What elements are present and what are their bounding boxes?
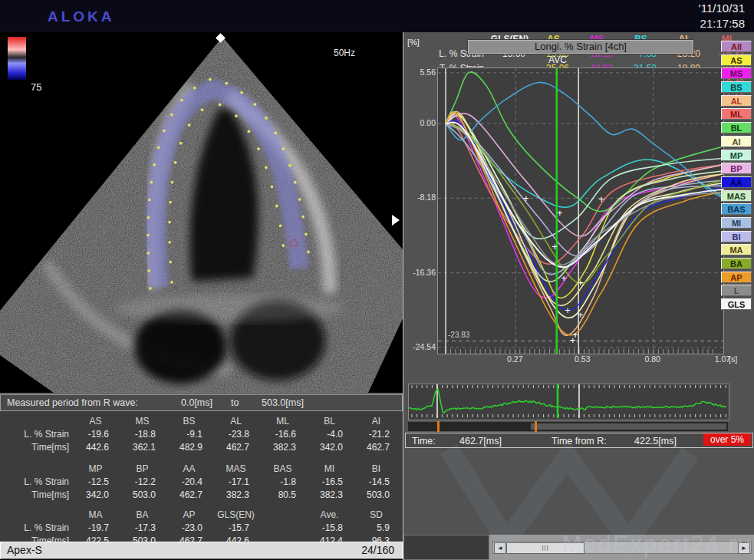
peak-marker-icon: + — [578, 309, 584, 321]
segment-legend: AllASMSBSALMLBLAIMPBPAAMASBASMIBIMABAAPL… — [721, 41, 753, 312]
legend-ms[interactable]: MS — [721, 68, 752, 79]
legend-aa[interactable]: AA — [721, 176, 752, 188]
cell-value: 342.0 — [306, 441, 353, 454]
screen: ALOKA '11/10/31 21:17:58 — [0, 0, 754, 560]
strain-chart: ++++++++++ — [437, 68, 724, 354]
row-label: L. % Strain — [2, 522, 72, 535]
ultrasound-panel: 75 50Hz APASALMLMSBSBL — [0, 32, 403, 393]
x-tick-label: 0.80 — [640, 354, 666, 364]
y-tick-label: 5.56 — [405, 68, 436, 77]
time-text: 21:17:58 — [699, 16, 745, 31]
scroll-right-button[interactable]: ► — [738, 542, 750, 554]
ecg-trace — [409, 384, 727, 418]
cell-value: -23.8 — [212, 428, 259, 441]
time-value: 462.7[ms] — [459, 433, 502, 449]
slider-marker-icon — [535, 421, 537, 432]
legend-mp[interactable]: MP — [721, 150, 752, 161]
curve-al — [446, 112, 723, 336]
y-tick-label: -24.54 — [405, 342, 436, 351]
legend-ma[interactable]: MA — [721, 244, 752, 255]
col-header: BS — [166, 415, 212, 428]
slider-marker-icon — [437, 421, 440, 432]
left-table-group: ASMSBSALMLBLAIL. % Strain-19.6-18.8-9.1-… — [2, 415, 401, 454]
legend-l[interactable]: L — [721, 285, 752, 296]
scrollbar-thumb[interactable]: ||| — [506, 542, 584, 554]
col-header: AP — [166, 509, 212, 522]
measurement-panel: Measured period from R wave: 0.0[ms] to … — [0, 393, 403, 542]
cell-value: 442.6 — [72, 441, 119, 454]
cell-value: 482.9 — [166, 441, 212, 454]
time-label: Time: — [412, 433, 436, 449]
y-tick-label: 0.00 — [405, 118, 436, 127]
col-header: MS — [119, 415, 166, 428]
frame-counter: 24/160 — [361, 542, 394, 558]
legend-bp[interactable]: BP — [721, 163, 752, 174]
over-threshold-badge: over 5% — [703, 433, 751, 446]
strain-analysis-panel: [%] Longi. % Strain [4ch] AVC ++++++++++… — [403, 32, 754, 560]
status-bar: Apex-S 24/160 — [0, 542, 403, 559]
datetime: '11/10/31 21:17:58 — [699, 1, 745, 31]
frame-slider[interactable] — [408, 422, 728, 431]
horizontal-scrollbar[interactable]: ◄ ||| ► — [492, 541, 752, 554]
cell-value: 382.3 — [212, 489, 259, 502]
cell-value: -18.8 — [119, 428, 166, 441]
cell-value: -23.0 — [166, 522, 212, 535]
legend-bl[interactable]: BL — [721, 122, 752, 133]
date-text: '11/10/31 — [699, 1, 745, 16]
table-corner — [403, 535, 489, 560]
left-table-group: MPBPAAMASBASMIBIL. % Strain-12.5-12.2-20… — [2, 463, 401, 502]
col-header: BP — [119, 463, 166, 476]
col-header: BA — [119, 509, 166, 522]
cell-value — [259, 522, 306, 535]
col-header — [259, 509, 306, 522]
y-tick-label: -16.36 — [405, 268, 436, 277]
legend-ai[interactable]: AI — [721, 136, 752, 147]
curve-as — [446, 114, 723, 298]
legend-ba[interactable]: BA — [721, 258, 752, 269]
legend-all[interactable]: All — [721, 41, 752, 52]
legend-mas[interactable]: MAS — [721, 190, 752, 202]
legend-al[interactable]: AL — [721, 95, 752, 107]
time-bar: Time: 462.7[ms] Time from R: 422.5[ms] o… — [405, 433, 753, 448]
cell-value: -9.1 — [166, 428, 212, 441]
cell-value: 503.0 — [119, 489, 166, 502]
peak-marker-icon: + — [561, 272, 567, 284]
cell-value: -17.1 — [212, 476, 259, 489]
measured-from: 0.0[ms] — [181, 395, 212, 410]
time-from-r-label: Time from R: — [552, 433, 607, 449]
peak-marker-icon: + — [523, 193, 529, 204]
y-tick-label: -8.18 — [405, 193, 436, 202]
legend-bs[interactable]: BS — [721, 81, 752, 93]
col-header: AS — [72, 415, 119, 428]
measured-period-bar: Measured period from R wave: 0.0[ms] to … — [0, 394, 403, 411]
roi-point-icon — [290, 239, 298, 247]
col-header: MI — [306, 463, 353, 476]
strain-curves: ++++++++++ — [438, 68, 723, 354]
legend-ap[interactable]: AP — [721, 272, 752, 283]
legend-bas[interactable]: BAS — [721, 203, 752, 215]
col-header: BAS — [259, 463, 306, 476]
row-label: L. % Strain — [2, 476, 72, 489]
cell-value: 503.0 — [353, 489, 400, 502]
legend-gls[interactable]: GLS — [721, 298, 752, 310]
legend-ml[interactable]: ML — [721, 108, 752, 120]
cell-value: -19.7 — [72, 522, 119, 535]
col-header: MA — [72, 509, 119, 522]
col-header: BI — [353, 463, 400, 476]
top-bar: ALOKA '11/10/31 21:17:58 — [0, 0, 754, 32]
row-label: Time[ms] — [2, 489, 72, 502]
legend-mi[interactable]: MI — [721, 217, 752, 229]
cell-value: -16.6 — [259, 428, 306, 441]
cell-value: 382.3 — [306, 489, 353, 502]
cell-value: 342.0 — [72, 489, 119, 502]
scroll-left-button[interactable]: ◄ — [494, 542, 506, 554]
legend-as[interactable]: AS — [721, 54, 752, 66]
col-header: AA — [166, 463, 212, 476]
cell-value: -4.0 — [306, 428, 353, 441]
ecg-strip — [408, 384, 729, 420]
col-header: MP — [72, 463, 119, 476]
cell-value: 5.9 — [353, 522, 400, 535]
legend-bi[interactable]: BI — [721, 231, 752, 242]
cell-value: -19.6 — [72, 428, 119, 441]
cell-value: -1.8 — [259, 476, 306, 489]
